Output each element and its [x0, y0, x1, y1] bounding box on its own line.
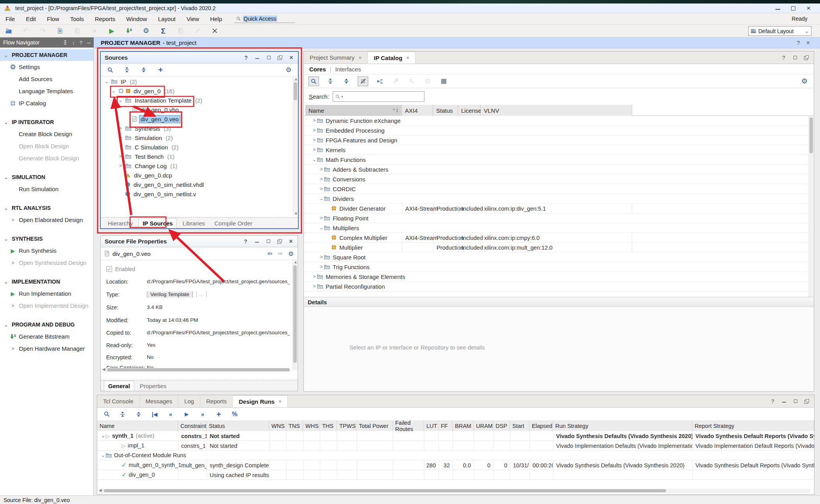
catalog-hier-button[interactable]	[375, 76, 384, 86]
chevron-down-icon[interactable]: ⌄	[104, 79, 109, 84]
sidebar-item-run-simulation[interactable]: Run Simulation	[0, 183, 93, 195]
expand-selector-icon[interactable]: ↕	[72, 40, 75, 46]
chevron-right-icon[interactable]: >	[319, 186, 324, 192]
chevron-right-icon[interactable]: >	[319, 254, 324, 260]
sfp-vertical-scrollbar[interactable]: ▲	[292, 261, 297, 370]
tab-properties[interactable]: Properties	[136, 381, 170, 391]
chevron-right-icon[interactable]: >	[312, 284, 317, 289]
sources-vertical-scrollbar[interactable]: ▲ ▼	[293, 78, 298, 215]
float-panel-icon[interactable]	[804, 55, 809, 60]
minimize-panel-icon[interactable]: ─	[87, 40, 91, 46]
sfp-horizontal-scrollbar[interactable]: ◀	[102, 368, 291, 372]
runs-column-constraints[interactable]: Constraints	[178, 421, 207, 431]
tree-item-div-gen-0-stub-vhdl[interactable]: div_gen_0_stub.vhdl	[101, 199, 292, 201]
quick-access-search[interactable]: Quick Access	[235, 15, 295, 23]
subtab-cores[interactable]: Cores	[309, 66, 326, 73]
tab-compile-order[interactable]: Compile Order	[210, 218, 257, 228]
tree-item-ip[interactable]: ⌄IP(2)	[101, 77, 292, 86]
runs-search-button[interactable]	[102, 410, 111, 419]
runs-collapse-button[interactable]	[118, 410, 127, 419]
close-tab-icon[interactable]: ×	[278, 398, 282, 405]
menu-layout[interactable]: Layout	[153, 14, 181, 24]
catalog-sq-gray-button[interactable]	[439, 76, 448, 86]
forward-arrow-icon[interactable]: ⇨	[278, 250, 283, 257]
runs-column-total-power[interactable]: Total Power	[357, 421, 393, 431]
catalog-row-divider-generator[interactable]: Divider GeneratorAXI4-StreamProductionIn…	[304, 204, 814, 213]
chevron-right-icon[interactable]: >	[312, 118, 317, 123]
column-header-license[interactable]: License	[458, 105, 481, 116]
catalog-row-cordic[interactable]: >CORDIC	[304, 184, 814, 194]
chevron-right-icon[interactable]: >	[118, 154, 123, 159]
runs-column-whs[interactable]: WHS	[303, 421, 320, 431]
run-row-out-of-context-module-runs[interactable]: ⌄Out-of-Context Module Runs	[97, 451, 814, 460]
sources-panel-header[interactable]: Sources ? ×	[101, 52, 298, 64]
sidebar-item-ip-catalog[interactable]: IP Catalog	[0, 97, 93, 109]
runs-column-ths[interactable]: THS	[320, 421, 337, 431]
tree-item-div-gen-0-veo[interactable]: div_gen_0.veo	[101, 114, 292, 124]
toolbar-gear-dark-button[interactable]: ⚙	[141, 26, 151, 35]
catalog-row-partial-reconfiguration[interactable]: >Partial Reconfiguration	[304, 282, 814, 291]
tab-ip-sources[interactable]: IP Sources	[138, 218, 177, 228]
sidebar-item-open-elaborated-design[interactable]: >Open Elaborated Design	[0, 214, 93, 226]
runs-column-report-strategy[interactable]: Report Strategy	[692, 421, 814, 431]
chevron-right-icon[interactable]: >	[319, 167, 324, 172]
run-row-synth-1[interactable]: ⌄▷synth_1(active)constrs_1Not startedViv…	[97, 431, 814, 441]
catalog-row-memories-storage-elements[interactable]: >Memories & Storage Elements	[304, 272, 814, 282]
tab-reports[interactable]: Reports	[200, 395, 233, 407]
maximize-panel-icon[interactable]	[266, 55, 271, 60]
tab-general[interactable]: General	[104, 381, 134, 391]
menu-reports[interactable]: Reports	[89, 14, 121, 24]
tree-item-change-log[interactable]: >Change Log(1)	[101, 161, 292, 170]
tree-item-c-simulation[interactable]: C Simulation(2)	[101, 142, 292, 152]
help-icon[interactable]: ?	[243, 55, 249, 60]
tab-log[interactable]: Log	[178, 395, 200, 407]
enabled-checkbox[interactable]: ✓	[106, 266, 112, 272]
menu-file[interactable]: File	[0, 14, 20, 24]
runs-column-uram[interactable]: URAM	[474, 421, 493, 431]
runs-percent-button[interactable]: %	[230, 410, 239, 419]
close-tab-icon[interactable]: ×	[406, 55, 409, 61]
column-header-name[interactable]: Name^ 1	[305, 105, 402, 116]
chevron-right-icon[interactable]: >	[118, 163, 123, 169]
toolbar-play-run-button[interactable]: ▶	[107, 26, 116, 35]
catalog-row-complex-multiplier[interactable]: Complex MultiplierAXI4-StreamProductionI…	[304, 233, 814, 243]
runs-column-failed-routes[interactable]: Failed Routes	[393, 421, 424, 431]
runs-step-prev-button[interactable]: «	[166, 410, 175, 419]
catalog-row-embedded-processing[interactable]: >Embedded Processing	[304, 126, 814, 135]
minimize-panel-icon[interactable]	[255, 55, 260, 60]
runs-column-ff[interactable]: FF	[439, 421, 453, 431]
sidebar-item-language-templates[interactable]: Language Templates	[0, 85, 93, 97]
sidebar-item-generate-bitstream[interactable]: Generate Bitstream	[0, 330, 93, 343]
menu-window[interactable]: Window	[121, 14, 152, 24]
maximize-panel-icon[interactable]	[793, 399, 798, 404]
tree-item-div-gen-0-dcp[interactable]: div_gen_0.dcp	[101, 170, 292, 180]
gear-icon[interactable]: ⚙	[288, 250, 294, 257]
type-button[interactable]: Verilog Template	[147, 291, 193, 298]
help-icon[interactable]: ?	[80, 40, 82, 46]
sidebar-item-run-implementation[interactable]: ▶Run Implementation	[0, 287, 93, 300]
column-header-status[interactable]: Status	[433, 105, 458, 116]
sidebar-section-synthesis[interactable]: ⌄SYNTHESIS	[0, 233, 93, 245]
float-panel-icon[interactable]	[804, 399, 809, 404]
runs-column-elapsed[interactable]: Elapsed	[529, 421, 553, 431]
sources-collapse-button[interactable]	[122, 65, 132, 75]
runs-column-run-strategy[interactable]: Run Strategy	[553, 421, 692, 431]
tab-project-summary[interactable]: Project Summary×	[304, 51, 368, 64]
tree-item-simulation[interactable]: >Simulation(2)	[101, 133, 292, 142]
chevron-down-icon[interactable]: ⌄	[111, 88, 116, 94]
tree-item-div-gen-0-vho[interactable]: div_gen_0.vho	[101, 105, 292, 114]
run-row-mult-gen-0-synth-1[interactable]: ✓mult_gen_0_synth_1mult_gen_0synth_desig…	[97, 460, 814, 470]
scroll-down-icon[interactable]: ▼	[294, 211, 298, 216]
catalog-row-adders-subtracters[interactable]: >Adders & Subtracters	[304, 165, 814, 174]
tree-item-test-bench[interactable]: >Test Bench(1)	[101, 152, 292, 161]
sources-search-button[interactable]	[105, 65, 115, 75]
layout-selector[interactable]: Default Layout ⌄	[748, 26, 811, 36]
float-panel-icon[interactable]	[277, 55, 283, 60]
sidebar-item-create-block-design[interactable]: Create Block Design	[0, 128, 93, 140]
chevron-right-icon[interactable]: >	[312, 274, 317, 279]
details-header[interactable]: Details	[304, 297, 814, 307]
chevron-right-icon[interactable]: >	[319, 264, 324, 270]
catalog-row-fpga-features-and-design[interactable]: >FPGA Features and Design	[304, 135, 814, 145]
tab-design-runs[interactable]: Design Runs×	[233, 395, 288, 407]
minimize-window-icon[interactable]	[775, 7, 780, 10]
